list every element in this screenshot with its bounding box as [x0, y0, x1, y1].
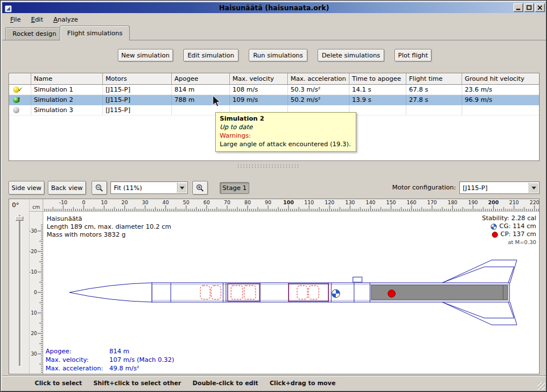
svg-text:120: 120 [324, 200, 334, 205]
cell-time_to_apogee[interactable] [349, 105, 406, 115]
cell-flight_time[interactable] [406, 105, 462, 115]
stage-1-toggle[interactable]: Stage 1 [220, 182, 249, 194]
column-header-name[interactable]: Name [31, 73, 102, 84]
close-button[interactable] [535, 3, 545, 12]
svg-text:50: 50 [183, 200, 190, 205]
svg-text:180: 180 [447, 200, 457, 205]
column-header-max-acceleration[interactable]: Max. acceleration [287, 73, 349, 84]
column-header-max-velocity[interactable]: Max. velocity [229, 73, 287, 84]
zoom-select[interactable]: Fit (11%) [110, 181, 188, 194]
rotation-slider-track[interactable] [19, 215, 20, 366]
titlebar[interactable]: Haisunäätä (haisunaata.ork) [2, 2, 546, 13]
zoom-out-icon [95, 184, 104, 192]
tooltip-warnings-label: Warnings: [220, 131, 352, 140]
column-header-apogee[interactable]: Apogee [171, 73, 229, 84]
resize-grip[interactable] [537, 382, 545, 390]
max-acceleration-label: Max. acceleration: [46, 364, 109, 373]
cell-name[interactable]: Simulation 3 [31, 105, 102, 115]
tab-rocket-design[interactable]: Rocket design [5, 27, 64, 40]
zoom-in-button[interactable] [192, 181, 208, 195]
svg-text:130: 130 [345, 200, 355, 205]
mouse-cursor-icon [212, 95, 221, 108]
cg-legend-icon [491, 224, 497, 230]
plot-flight-button[interactable]: Plot flight [394, 49, 431, 61]
tab-flight-simulations[interactable]: Flight simulations [60, 26, 130, 40]
cell-name[interactable]: Simulation 2 [31, 94, 102, 105]
cell-max_velocity[interactable]: 108 m/s [229, 84, 287, 94]
edit-simulation-button[interactable]: Edit simulation [183, 49, 238, 61]
cell-time_to_apogee[interactable]: 13.9 s [349, 94, 406, 105]
cell-ground_hit_velocity[interactable] [462, 105, 539, 115]
cell-flight_time[interactable]: 67.8 s [406, 84, 462, 94]
stability-value: Stability: 2.28 cal [482, 214, 536, 222]
fin-lower-2[interactable] [442, 302, 514, 318]
launch-lug[interactable] [353, 277, 362, 282]
minimize-button[interactable] [513, 3, 523, 12]
rocket-canvas[interactable]: Haisunäätä Length 189 cm, max. diameter … [43, 212, 539, 374]
cell-motors[interactable]: [J115-P] [102, 84, 171, 94]
maximize-button[interactable] [524, 3, 534, 12]
hint-click-drag: Click+drag to move [270, 379, 336, 391]
cp-symbol [388, 290, 396, 298]
svg-text:90: 90 [265, 200, 272, 205]
fin-upper[interactable] [442, 260, 517, 283]
motor-configuration-arrow-icon[interactable] [529, 183, 538, 193]
splitter-handle[interactable] [237, 164, 299, 169]
rocket-view-panel: 0° cm -100102030405060708090100110120130… [9, 199, 540, 374]
svg-text:10: 10 [101, 200, 108, 205]
nose-cone[interactable] [69, 283, 152, 302]
menu-file[interactable]: File [6, 14, 25, 25]
cp-legend-icon [492, 232, 498, 238]
zoom-in-icon [196, 184, 204, 192]
column-header-ground-hit-velocity[interactable]: Ground hit velocity [462, 73, 539, 84]
svg-text:220: 220 [529, 200, 539, 205]
cell-ground_hit_velocity[interactable]: 23.6 m/s [462, 84, 539, 94]
cg-value: CG: 114 cm [499, 222, 536, 230]
svg-text:140: 140 [365, 200, 375, 205]
tooltip-warning-text: Large angle of attack encountered (19.3)… [220, 140, 352, 148]
mach-value: at M=0.30 [482, 238, 536, 246]
apogee-label: Apogee: [46, 347, 109, 356]
cp-value: CP: 137 cm [500, 230, 536, 238]
cell-motors[interactable]: [J115-P] [102, 105, 171, 115]
table-row[interactable]: !Simulation 2[J115-P]788 m109 m/s50.2 m/… [9, 94, 539, 105]
menu-edit[interactable]: Edit [26, 14, 47, 25]
zoom-select-arrow-icon[interactable] [177, 183, 187, 193]
cell-flight_time[interactable]: 27.8 s [406, 94, 462, 105]
svg-text:170: 170 [427, 200, 437, 205]
cell-ground_hit_velocity[interactable]: 96.9 m/s [462, 94, 539, 105]
cell-max_velocity[interactable]: 109 m/s [229, 94, 287, 105]
fin-lower[interactable] [442, 302, 517, 325]
cell-motors[interactable]: [J115-P] [102, 94, 171, 105]
new-simulation-button[interactable]: New simulation [118, 49, 173, 61]
motor-configuration-select[interactable]: [J115-P] [459, 181, 540, 194]
status-ball-gray-icon [13, 107, 19, 113]
svg-text:30: 30 [31, 351, 37, 357]
column-header-motors[interactable]: Motors [102, 73, 171, 84]
zoom-select-value: Fit (11%) [114, 184, 142, 192]
rotation-strip: 0° [9, 199, 30, 374]
svg-text:150: 150 [386, 200, 396, 205]
svg-text:200: 200 [488, 200, 499, 205]
zoom-out-button[interactable] [92, 181, 107, 195]
rocket-dimensions: Length 189 cm, max. diameter 10.2 cm [47, 223, 171, 231]
cell-max_acceleration[interactable]: 50.3 m/s² [287, 84, 349, 94]
table-row[interactable]: ✓Simulation 1[J115-P]814 m108 m/s50.3 m/… [9, 84, 539, 94]
delete-simulations-button[interactable]: Delete simulations [318, 49, 384, 61]
fin-upper-2[interactable] [442, 267, 514, 283]
back-view-button[interactable]: Back view [48, 181, 86, 195]
rotation-slider-handle[interactable] [15, 216, 23, 221]
cell-max_acceleration[interactable]: 50.2 m/s² [287, 94, 349, 105]
side-view-button[interactable]: Side view [9, 181, 44, 195]
run-simulations-button[interactable]: Run simulations [249, 49, 307, 61]
column-header-status[interactable] [9, 73, 31, 84]
column-header-time-to-apogee[interactable]: Time to apogee [349, 73, 406, 84]
cell-apogee[interactable]: 814 m [171, 84, 229, 94]
cell-time_to_apogee[interactable]: 14.1 s [349, 84, 406, 94]
flight-data-block: Apogee: 814 m Max. velocity: 107 m/s (Ma… [46, 347, 174, 373]
horizontal-ruler-svg: -100102030405060708090100110120130140150… [43, 199, 539, 211]
cell-name[interactable]: Simulation 1 [31, 84, 102, 94]
hint-double-click: Double-click to edit [192, 379, 258, 391]
menu-analyze[interactable]: Analyze [49, 14, 83, 25]
column-header-flight-time[interactable]: Flight time [406, 73, 462, 84]
